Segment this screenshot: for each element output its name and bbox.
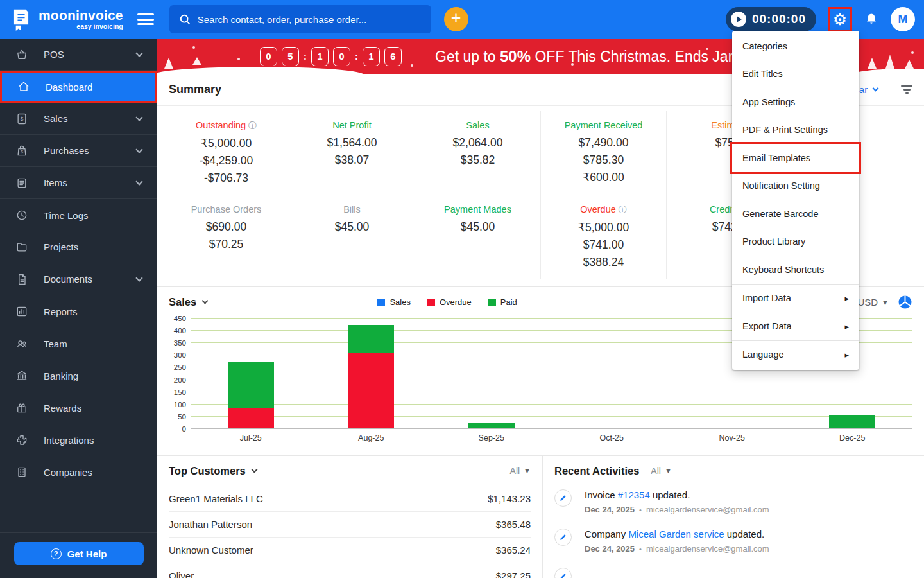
timer[interactable]: 00:00:00 [726, 7, 816, 31]
sidebar-item-reports[interactable]: Reports [0, 295, 157, 328]
menu-item-import-data[interactable]: Import Data [732, 285, 859, 313]
tree-decoration [886, 55, 894, 69]
basket-icon [15, 48, 28, 61]
y-tick-label: 250 [174, 363, 186, 371]
edit-pencil-icon [554, 489, 572, 507]
activity-link[interactable]: Miceal Garden service [628, 529, 724, 539]
sidebar-item-pos[interactable]: POS [0, 39, 157, 71]
menu-item-keyboard-shortcuts[interactable]: Keyboard Shortcuts [732, 256, 859, 284]
filter-icon[interactable] [901, 85, 912, 94]
avatar[interactable]: M [891, 7, 915, 31]
search-icon [178, 13, 191, 26]
chevron-down-icon [135, 178, 142, 185]
countdown-digit: 5 [282, 47, 299, 66]
customers-filter-dropdown[interactable]: All▼ [510, 466, 531, 476]
dropdown-arrow-icon: ▼ [665, 467, 672, 475]
activities-filter-dropdown[interactable]: All▼ [651, 466, 671, 476]
stat-outstanding: Outstandingⓘ ₹5,000.00 -$4,259.00 -$706.… [164, 111, 289, 195]
menu-item-email-templates[interactable]: Email Templates [732, 144, 859, 172]
sidebar-item-team[interactable]: Team [0, 328, 157, 360]
tree-decoration [868, 58, 877, 69]
menu-item-pdf-print-settings[interactable]: PDF & Print Settings [732, 116, 859, 144]
svg-text:$: $ [21, 116, 24, 122]
countdown-digit: 1 [311, 47, 329, 66]
tree-decoration [905, 60, 914, 69]
menu-item-export-data[interactable]: Export Data [732, 312, 859, 340]
customer-row[interactable]: Green1 Materials LLC $1,143.23 [169, 486, 531, 511]
gridline [191, 428, 912, 429]
settings-highlight-box[interactable]: ⚙ [828, 7, 852, 31]
bell-icon[interactable] [864, 11, 879, 28]
top-customers-title-dropdown[interactable]: Top Customers [169, 465, 257, 477]
sidebar-item-sales[interactable]: $ Sales [0, 103, 157, 135]
gear-icon[interactable]: ⚙ [833, 12, 847, 28]
tree-decoration [193, 57, 201, 65]
currency-dropdown[interactable]: USD▼ [857, 297, 889, 308]
search-bar[interactable] [169, 5, 431, 33]
activity-date: Dec 24, 2025 [585, 505, 635, 514]
chart-x-axis: Jul-25Aug-25Sep-25Oct-25Nov-25Dec-25 [191, 434, 912, 446]
sidebar-item-documents[interactable]: Documents [0, 263, 157, 295]
submenu-arrow-icon [844, 321, 849, 331]
sidebar-item-companies[interactable]: Companies [0, 456, 157, 488]
snow-decoration [853, 69, 924, 74]
sidebar-item-items[interactable]: Items [0, 167, 157, 199]
puzzle-icon [15, 434, 28, 446]
pie-chart-icon[interactable] [898, 295, 912, 310]
info-icon[interactable]: ⓘ [248, 121, 257, 130]
hamburger-menu-icon[interactable] [137, 11, 154, 28]
chart-title-dropdown[interactable]: Sales [169, 296, 207, 308]
sales-invoice-icon: $ [15, 112, 28, 125]
gift-icon [15, 401, 28, 414]
items-list-icon [15, 177, 28, 189]
chevron-down-icon [135, 114, 142, 121]
recent-activities-card: Recent Activities All▼ Invoice #12354 up… [543, 456, 924, 578]
customer-row[interactable]: Jonathan Patterson $365.48 [169, 511, 531, 537]
get-help-button[interactable]: ? Get Help [14, 542, 144, 565]
stat-payment-mades: Payment Mades $45.00 [415, 195, 540, 279]
question-icon: ? [51, 548, 62, 559]
menu-item-edit-titles[interactable]: Edit Titles [732, 60, 859, 89]
menu-item-product-library[interactable]: Product Library [732, 228, 859, 256]
y-tick-label: 350 [174, 339, 186, 347]
stat-bills: Bills $45.00 [289, 195, 415, 279]
search-input[interactable] [198, 14, 422, 25]
sidebar-item-integrations[interactable]: Integrations [0, 424, 157, 456]
play-icon[interactable] [731, 12, 746, 27]
bar-segment-paid [348, 325, 394, 353]
top-customers-card: Top Customers All▼ Green1 Materials LLC … [157, 456, 543, 578]
customer-row[interactable]: Oliver $297.25 [169, 563, 531, 578]
gridline [191, 380, 912, 380]
dropdown-arrow-icon: ▼ [524, 467, 531, 475]
activity-item: Invoice #12354 updated. Dec 24, 2025mice… [554, 486, 912, 525]
x-tick-label: Jul-25 [191, 434, 311, 446]
stacked-bar [468, 423, 515, 428]
countdown-timer: 0 5 : 1 0 : 1 6 [260, 47, 402, 66]
menu-item-categories[interactable]: Categories [732, 32, 859, 60]
bank-icon [15, 369, 28, 382]
stat-sales: Sales $2,064.00 $35.82 [415, 111, 540, 195]
mooninvoice-logo-icon [10, 8, 32, 31]
add-button[interactable]: + [444, 7, 468, 31]
menu-item-app-settings[interactable]: App Settings [732, 88, 859, 116]
activity-link[interactable]: #12354 [618, 489, 650, 500]
chevron-down-icon [251, 466, 257, 473]
gridline [191, 392, 912, 392]
sidebar-item-purchases[interactable]: $ Purchases [0, 135, 157, 167]
sidebar-item-banking[interactable]: Banking [0, 360, 157, 392]
stat-overdue: Overdueⓘ ₹5,000.00 $741.00 $388.24 [540, 195, 666, 279]
menu-item-generate-barcode[interactable]: Generate Barcode [732, 200, 859, 228]
sidebar-item-time-logs[interactable]: Time Logs [0, 199, 157, 231]
logo[interactable]: mooninvoice easy invoicing [0, 8, 123, 31]
customer-row[interactable]: Unknown Customer $365.24 [169, 537, 531, 563]
menu-item-language[interactable]: Language [732, 341, 859, 369]
menu-item-notification-setting[interactable]: Notification Setting [732, 172, 859, 200]
activity-email: micealgardenservice@gmail.com [646, 544, 769, 554]
sidebar-item-dashboard[interactable]: Dashboard [0, 71, 157, 103]
activity-email: micealgardenservice@gmail.com [646, 505, 769, 514]
bar-segment-paid [468, 423, 515, 428]
sidebar-item-rewards[interactable]: Rewards [0, 392, 157, 424]
sidebar-item-projects[interactable]: Projects [0, 231, 157, 263]
info-icon[interactable]: ⓘ [619, 205, 627, 215]
snow-decoration [153, 67, 364, 74]
